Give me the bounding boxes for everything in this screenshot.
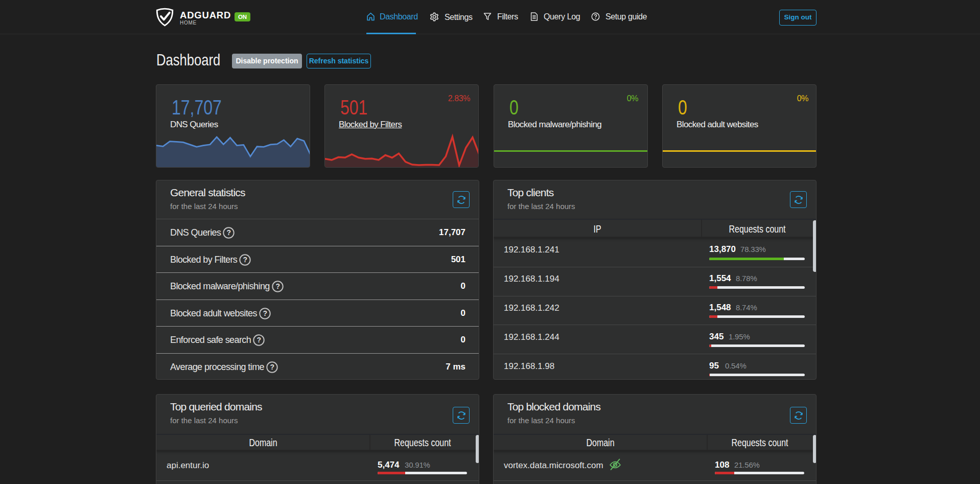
svg-text:?: ? xyxy=(243,256,247,264)
svg-text:?: ? xyxy=(270,363,274,371)
svg-text:?: ? xyxy=(227,228,231,237)
svg-text:?: ? xyxy=(263,309,267,317)
svg-text:?: ? xyxy=(275,282,279,290)
svg-text:?: ? xyxy=(257,336,261,344)
